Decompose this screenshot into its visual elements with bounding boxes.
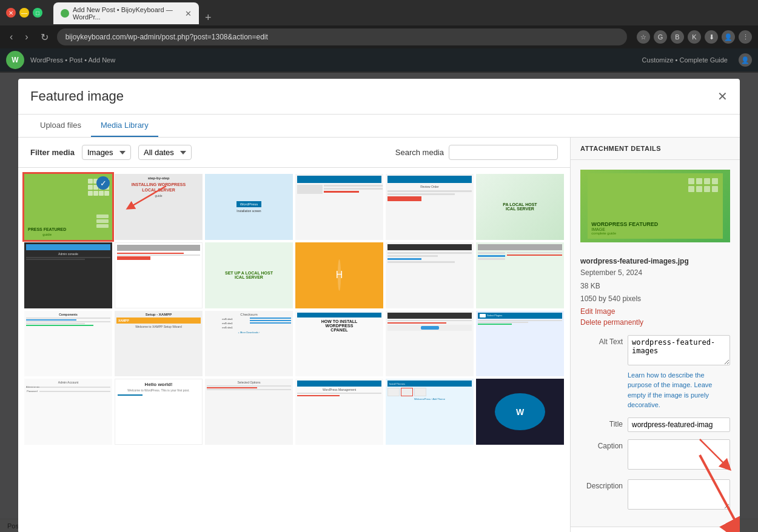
media-item[interactable]	[476, 242, 564, 308]
alt-text-learn-more[interactable]: Learn how to describe the purpose of the…	[628, 370, 730, 410]
media-grid-container[interactable]: PRESS FEATURED guide ✓	[18, 168, 570, 532]
active-tab[interactable]: Add New Post • BijoyKeyboard — WordPr...…	[53, 2, 199, 24]
delete-permanently-link[interactable]: Delete permanently	[571, 317, 740, 328]
title-input[interactable]	[628, 417, 730, 432]
attachment-dimensions: 1050 by 540 pixels	[571, 293, 740, 306]
attachment-form: Alt Text Learn how to describe the purpo…	[571, 328, 740, 527]
tab-upload-files[interactable]: Upload files	[30, 115, 91, 137]
media-item[interactable]: Hello world! Welcome to WordPress. This …	[115, 379, 203, 445]
modal-tabs: Upload files Media Library	[18, 115, 740, 138]
back-button[interactable]: ‹	[6, 30, 16, 44]
extension-icon-4[interactable]: ⬇	[705, 30, 718, 44]
media-item[interactable]: WordPress Installation screen	[205, 174, 293, 240]
refresh-button[interactable]: ↻	[37, 30, 52, 44]
tab-favicon	[61, 9, 69, 18]
search-label: Search media	[395, 148, 444, 157]
tab-bar: Add New Post • BijoyKeyboard — WordPr...…	[47, 2, 221, 24]
media-item[interactable]: WordPress Management	[295, 379, 383, 445]
attachment-thumb-inner: WORDPRESS FEATURED IMAGE complete guide	[588, 173, 722, 239]
modal-header: Featured image ✕	[18, 79, 740, 115]
tab-close-icon[interactable]: ✕	[185, 9, 192, 18]
new-tab-button[interactable]: +	[201, 12, 215, 24]
media-item[interactable]: Setup - XAMPP XAMPP Welcome to XAMPP Set…	[115, 311, 203, 377]
modal-body: Filter media Images Audio Video All date…	[18, 138, 740, 532]
media-item[interactable]: Review Order	[386, 174, 474, 240]
media-item[interactable]: HOW TO INSTALLWORDPRESSCPANEL	[295, 311, 383, 377]
profile-icon[interactable]: 👤	[722, 30, 735, 44]
description-input[interactable]	[628, 479, 730, 510]
media-item[interactable]: Selected Options	[205, 379, 293, 445]
filter-type-select[interactable]: Images Audio Video	[82, 145, 131, 160]
url-input[interactable]	[57, 28, 627, 45]
attachment-details-header: ATTACHMENT DETAILS	[571, 138, 740, 160]
media-grid: PRESS FEATURED guide ✓	[24, 174, 564, 445]
attachment-preview: WORDPRESS FEATURED IMAGE complete guide	[571, 160, 740, 252]
tab-title: Add New Post • BijoyKeyboard — WordPr...	[73, 6, 181, 21]
browser-controls: ✕ — □	[6, 8, 42, 18]
extension-icon-2[interactable]: B	[671, 30, 684, 44]
browser-action-icons: ☆ G B K ⬇ 👤 ⋮	[637, 30, 752, 44]
modal-close-button[interactable]: ✕	[717, 90, 728, 102]
tab-media-library[interactable]: Media Library	[91, 115, 158, 137]
media-item[interactable]: step-by-step INSTALLING WORDPRESSLOCAL S…	[115, 174, 203, 240]
filter-bar: Filter media Images Audio Video All date…	[18, 138, 570, 168]
description-row: Description	[580, 479, 730, 512]
media-item[interactable]: Select Plugins	[476, 311, 564, 377]
media-item[interactable]: Components	[24, 311, 112, 377]
media-item[interactable]: Install Themes WelcomePress › Add Theme	[386, 379, 474, 445]
forward-button[interactable]: ›	[21, 30, 32, 44]
media-item[interactable]	[386, 242, 474, 308]
attachment-filename: wordpress-featured-images.jpg	[580, 257, 730, 265]
modal-title: Featured image	[30, 88, 124, 104]
alt-text-label: Alt Text	[580, 335, 623, 346]
media-item[interactable]: W	[476, 379, 564, 445]
wp-logo: W	[6, 51, 24, 69]
wp-toolbar: W WordPress • Post • Add New Customize •…	[0, 48, 758, 71]
media-item[interactable]: PRESS FEATURED guide ✓	[24, 174, 112, 240]
search-bar: Search media	[395, 145, 558, 160]
star-icon[interactable]: ☆	[637, 30, 650, 44]
wp-profile-icon[interactable]: 👤	[739, 53, 752, 67]
alt-text-row: Alt Text Learn how to describe the purpo…	[580, 335, 730, 410]
browser-chrome: ✕ — □ Add New Post • BijoyKeyboard — Wor…	[0, 0, 758, 73]
alt-text-input[interactable]	[628, 335, 730, 365]
wp-toolbar-right: Customize • Complete Guide	[642, 56, 728, 64]
modal-footer: Set featured image	[571, 527, 740, 532]
attachment-thumbnail: WORDPRESS FEATURED IMAGE complete guide	[580, 170, 730, 242]
title-row: Title	[580, 417, 730, 432]
edit-image-link[interactable]: Edit Image	[571, 306, 740, 317]
attachment-filesize: 38 KB	[571, 280, 740, 293]
caption-row: Caption	[580, 439, 730, 472]
modal-overlay: Featured image ✕ Upload files Media Libr…	[0, 73, 758, 532]
close-window-button[interactable]: ✕	[6, 8, 16, 18]
selected-checkmark: ✓	[96, 176, 110, 190]
attachment-details-panel: ATTACHMENT DETAILS	[570, 138, 740, 532]
wp-toolbar-label: WordPress • Post • Add New	[30, 56, 115, 64]
browser-titlebar: ✕ — □ Add New Post • BijoyKeyboard — Wor…	[0, 0, 758, 25]
media-item[interactable]: Admin console	[24, 242, 112, 308]
filter-date-select[interactable]: All dates	[138, 145, 192, 160]
search-input[interactable]	[449, 145, 558, 160]
maximize-window-button[interactable]: □	[33, 8, 42, 18]
media-item[interactable]: Admin Account Administrator Password	[24, 379, 112, 445]
media-item[interactable]	[115, 242, 203, 308]
attachment-date: September 5, 2024	[571, 267, 740, 280]
caption-input[interactable]	[628, 439, 730, 470]
address-bar: ‹ › ↻ ☆ G B K ⬇ 👤 ⋮	[0, 25, 758, 48]
featured-image-modal: Featured image ✕ Upload files Media Libr…	[18, 79, 740, 532]
media-item[interactable]: Checksum md5 sha1 md5 sha1 md5 sha1	[205, 311, 293, 377]
description-label: Description	[580, 479, 623, 490]
media-item[interactable]	[386, 311, 474, 377]
media-item[interactable]: H	[295, 242, 383, 308]
caption-label: Caption	[580, 439, 623, 450]
menu-icon[interactable]: ⋮	[739, 30, 752, 44]
media-item[interactable]: PA LOCAL HOST ICAL SERVER	[476, 174, 564, 240]
extension-icon-1[interactable]: G	[654, 30, 667, 44]
minimize-window-button[interactable]: —	[19, 8, 29, 18]
extension-icon-3[interactable]: K	[688, 30, 701, 44]
media-item[interactable]: SET UP A LOCAL HOST ICAL SERVER	[205, 242, 293, 308]
media-item[interactable]	[295, 174, 383, 240]
media-section: Filter media Images Audio Video All date…	[18, 138, 570, 532]
title-label: Title	[580, 417, 623, 428]
filter-label: Filter media	[30, 148, 75, 157]
